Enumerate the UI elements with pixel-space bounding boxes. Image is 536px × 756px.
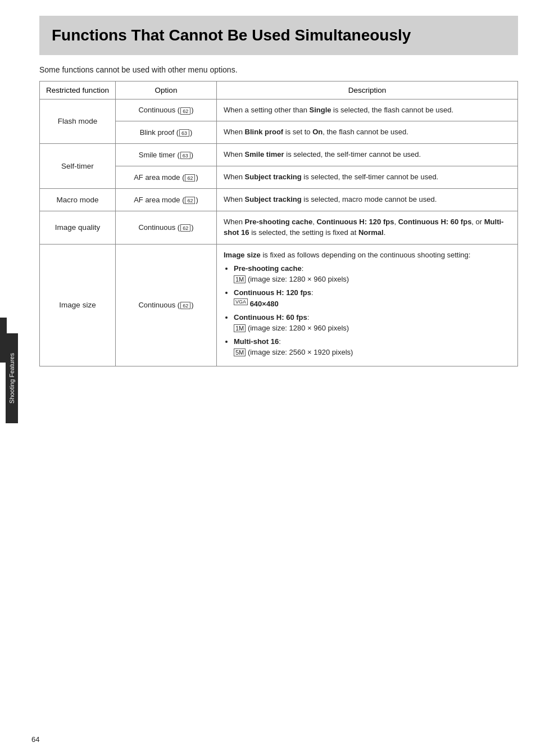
- table-row: Flash modeContinuous (62)When a setting …: [40, 99, 518, 121]
- description-cell: When Subject tracking is selected, macro…: [217, 188, 518, 211]
- functions-table: Restricted function Option Description F…: [39, 81, 518, 367]
- restricted-function-cell: Self-timer: [40, 144, 116, 189]
- table-row: Image sizeContinuous (62)Image size is f…: [40, 244, 518, 366]
- table-row: Macro modeAF area mode (62)When Subject …: [40, 188, 518, 211]
- header-option: Option: [116, 81, 217, 99]
- restricted-function-cell: Image size: [40, 244, 116, 366]
- description-cell: When a setting other than Single is sele…: [217, 99, 518, 121]
- page-title: Functions That Cannot Be Used Simultaneo…: [52, 26, 506, 45]
- sidebar: Shooting Features: [0, 0, 24, 756]
- option-cell: AF area mode (62): [116, 188, 217, 211]
- page-container: Shooting Features Functions That Cannot …: [0, 0, 536, 756]
- description-cell: When Smile timer is selected, the self-t…: [217, 144, 518, 166]
- option-cell: Continuous (62): [116, 99, 217, 121]
- intro-text: Some functions cannot be used with other…: [39, 65, 518, 74]
- description-cell: When Subject tracking is selected, the s…: [217, 166, 518, 189]
- restricted-function-cell: Flash mode: [40, 99, 116, 144]
- page-number: 64: [31, 735, 39, 744]
- table-header-row: Restricted function Option Description: [40, 81, 518, 99]
- option-cell: Continuous (62): [116, 244, 217, 366]
- table-row: Image qualityContinuous (62)When Pre-sho…: [40, 211, 518, 244]
- option-cell: Continuous (62): [116, 211, 217, 244]
- sidebar-tab: Shooting Features: [6, 333, 18, 423]
- table-row: Self-timerSmile timer (63)When Smile tim…: [40, 144, 518, 166]
- description-cell: Image size is fixed as follows depending…: [217, 244, 518, 366]
- sidebar-label: Shooting Features: [8, 353, 15, 404]
- main-content: Functions That Cannot Be Used Simultaneo…: [24, 0, 536, 756]
- title-section: Functions That Cannot Be Used Simultaneo…: [39, 16, 518, 55]
- header-restricted: Restricted function: [40, 81, 116, 99]
- option-cell: Smile timer (63): [116, 144, 217, 166]
- header-description: Description: [217, 81, 518, 99]
- restricted-function-cell: Macro mode: [40, 188, 116, 211]
- option-cell: AF area mode (62): [116, 166, 217, 189]
- option-cell: Blink proof (63): [116, 121, 217, 144]
- description-cell: When Pre-shooting cache, Continuous H: 1…: [217, 211, 518, 244]
- description-cell: When Blink proof is set to On, the flash…: [217, 121, 518, 144]
- restricted-function-cell: Image quality: [40, 211, 116, 244]
